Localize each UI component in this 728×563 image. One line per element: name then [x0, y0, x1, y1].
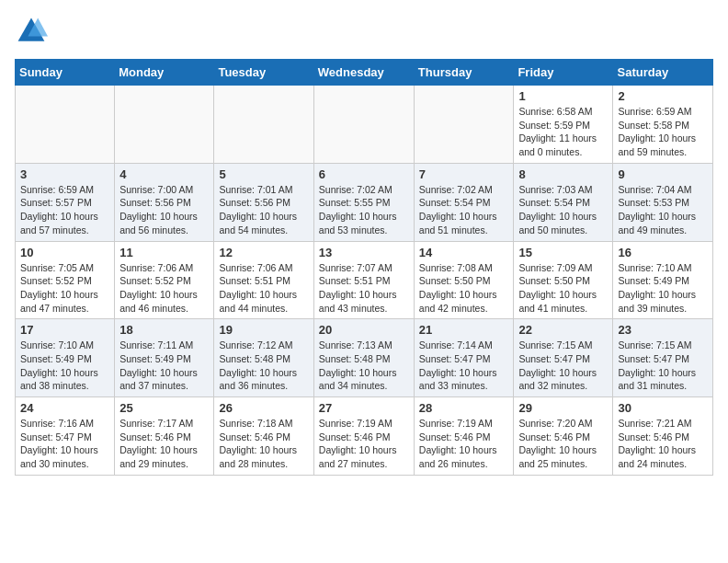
day-number: 18	[119, 323, 209, 337]
day-number: 19	[219, 323, 308, 337]
day-number: 1	[518, 89, 608, 103]
day-number: 28	[419, 401, 509, 415]
day-number: 10	[20, 246, 109, 259]
day-number: 13	[319, 246, 409, 259]
day-number: 6	[319, 167, 409, 181]
calendar-cell: 12Sunrise: 7:06 AM Sunset: 5:51 PM Dayli…	[214, 241, 313, 319]
calendar-cell: 2Sunrise: 6:59 AM Sunset: 5:58 PM Daylig…	[613, 86, 713, 164]
day-info: Sunrise: 7:14 AM Sunset: 5:47 PM Dayligh…	[419, 339, 509, 393]
day-number: 23	[618, 323, 708, 337]
day-info: Sunrise: 6:59 AM Sunset: 5:57 PM Dayligh…	[20, 183, 109, 237]
calendar-cell: 11Sunrise: 7:06 AM Sunset: 5:52 PM Dayli…	[115, 241, 214, 319]
day-header-monday: Monday	[115, 60, 214, 86]
day-number: 29	[518, 401, 608, 415]
day-info: Sunrise: 7:16 AM Sunset: 5:47 PM Dayligh…	[20, 417, 109, 471]
calendar-cell	[313, 86, 414, 164]
day-number: 16	[618, 246, 708, 259]
day-number: 11	[119, 246, 209, 259]
day-info: Sunrise: 7:12 AM Sunset: 5:48 PM Dayligh…	[219, 339, 308, 393]
day-info: Sunrise: 7:21 AM Sunset: 5:46 PM Dayligh…	[618, 417, 708, 471]
calendar-week-row: 1Sunrise: 6:58 AM Sunset: 5:59 PM Daylig…	[16, 86, 713, 164]
day-number: 12	[219, 246, 308, 259]
day-info: Sunrise: 7:18 AM Sunset: 5:46 PM Dayligh…	[219, 417, 308, 471]
calendar-cell: 8Sunrise: 7:03 AM Sunset: 5:54 PM Daylig…	[514, 163, 613, 241]
calendar-cell: 18Sunrise: 7:11 AM Sunset: 5:49 PM Dayli…	[115, 319, 214, 397]
day-info: Sunrise: 7:04 AM Sunset: 5:53 PM Dayligh…	[618, 183, 708, 237]
day-info: Sunrise: 7:09 AM Sunset: 5:50 PM Dayligh…	[518, 261, 608, 316]
day-info: Sunrise: 7:19 AM Sunset: 5:46 PM Dayligh…	[419, 417, 509, 471]
calendar-cell	[214, 86, 313, 164]
day-info: Sunrise: 7:19 AM Sunset: 5:46 PM Dayligh…	[319, 417, 409, 471]
day-number: 26	[219, 401, 308, 415]
day-info: Sunrise: 7:00 AM Sunset: 5:56 PM Dayligh…	[119, 183, 209, 237]
calendar-cell	[115, 86, 214, 164]
calendar-cell: 10Sunrise: 7:05 AM Sunset: 5:52 PM Dayli…	[16, 241, 115, 319]
day-info: Sunrise: 7:20 AM Sunset: 5:46 PM Dayligh…	[518, 417, 608, 471]
calendar-cell: 17Sunrise: 7:10 AM Sunset: 5:49 PM Dayli…	[16, 319, 115, 397]
calendar-week-row: 24Sunrise: 7:16 AM Sunset: 5:47 PM Dayli…	[16, 397, 713, 476]
calendar-cell: 22Sunrise: 7:15 AM Sunset: 5:47 PM Dayli…	[514, 319, 613, 397]
day-info: Sunrise: 7:10 AM Sunset: 5:49 PM Dayligh…	[20, 339, 109, 393]
day-number: 15	[518, 246, 608, 259]
calendar-table: SundayMondayTuesdayWednesdayThursdayFrid…	[15, 59, 713, 476]
day-number: 30	[618, 401, 708, 415]
day-number: 17	[20, 323, 109, 337]
day-info: Sunrise: 7:15 AM Sunset: 5:47 PM Dayligh…	[518, 339, 608, 393]
calendar-cell	[16, 86, 115, 164]
day-number: 20	[319, 323, 409, 337]
calendar-cell: 4Sunrise: 7:00 AM Sunset: 5:56 PM Daylig…	[115, 163, 214, 241]
day-info: Sunrise: 7:17 AM Sunset: 5:46 PM Dayligh…	[119, 417, 209, 471]
day-info: Sunrise: 7:07 AM Sunset: 5:51 PM Dayligh…	[319, 261, 409, 316]
calendar-cell: 24Sunrise: 7:16 AM Sunset: 5:47 PM Dayli…	[16, 397, 115, 476]
page-header	[15, 15, 713, 48]
day-info: Sunrise: 7:02 AM Sunset: 5:54 PM Dayligh…	[419, 183, 509, 237]
calendar-cell: 13Sunrise: 7:07 AM Sunset: 5:51 PM Dayli…	[313, 241, 414, 319]
day-number: 8	[518, 167, 608, 181]
calendar-week-row: 10Sunrise: 7:05 AM Sunset: 5:52 PM Dayli…	[16, 241, 713, 319]
calendar-cell: 21Sunrise: 7:14 AM Sunset: 5:47 PM Dayli…	[414, 319, 514, 397]
calendar-cell: 5Sunrise: 7:01 AM Sunset: 5:56 PM Daylig…	[214, 163, 313, 241]
calendar-header-row: SundayMondayTuesdayWednesdayThursdayFrid…	[16, 60, 713, 86]
day-info: Sunrise: 7:03 AM Sunset: 5:54 PM Dayligh…	[518, 183, 608, 237]
day-info: Sunrise: 7:10 AM Sunset: 5:49 PM Dayligh…	[618, 261, 708, 316]
calendar-week-row: 17Sunrise: 7:10 AM Sunset: 5:49 PM Dayli…	[16, 319, 713, 397]
day-number: 3	[20, 167, 109, 181]
day-info: Sunrise: 7:11 AM Sunset: 5:49 PM Dayligh…	[119, 339, 209, 393]
calendar-cell: 23Sunrise: 7:15 AM Sunset: 5:47 PM Dayli…	[613, 319, 713, 397]
calendar-cell: 6Sunrise: 7:02 AM Sunset: 5:55 PM Daylig…	[313, 163, 414, 241]
calendar-cell: 9Sunrise: 7:04 AM Sunset: 5:53 PM Daylig…	[613, 163, 713, 241]
day-info: Sunrise: 7:13 AM Sunset: 5:48 PM Dayligh…	[319, 339, 409, 393]
day-number: 25	[119, 401, 209, 415]
calendar-cell: 14Sunrise: 7:08 AM Sunset: 5:50 PM Dayli…	[414, 241, 514, 319]
day-info: Sunrise: 6:59 AM Sunset: 5:58 PM Dayligh…	[618, 105, 708, 159]
day-info: Sunrise: 7:06 AM Sunset: 5:52 PM Dayligh…	[119, 261, 209, 316]
calendar-cell: 16Sunrise: 7:10 AM Sunset: 5:49 PM Dayli…	[613, 241, 713, 319]
day-info: Sunrise: 7:15 AM Sunset: 5:47 PM Dayligh…	[618, 339, 708, 393]
calendar-week-row: 3Sunrise: 6:59 AM Sunset: 5:57 PM Daylig…	[16, 163, 713, 241]
day-info: Sunrise: 7:01 AM Sunset: 5:56 PM Dayligh…	[219, 183, 308, 237]
calendar-cell: 28Sunrise: 7:19 AM Sunset: 5:46 PM Dayli…	[414, 397, 514, 476]
calendar-cell: 15Sunrise: 7:09 AM Sunset: 5:50 PM Dayli…	[514, 241, 613, 319]
day-header-tuesday: Tuesday	[214, 60, 313, 86]
day-header-wednesday: Wednesday	[313, 60, 414, 86]
day-info: Sunrise: 7:08 AM Sunset: 5:50 PM Dayligh…	[419, 261, 509, 316]
logo	[15, 15, 51, 48]
day-number: 21	[419, 323, 509, 337]
calendar-cell: 19Sunrise: 7:12 AM Sunset: 5:48 PM Dayli…	[214, 319, 313, 397]
calendar-cell: 3Sunrise: 6:59 AM Sunset: 5:57 PM Daylig…	[16, 163, 115, 241]
day-number: 14	[419, 246, 509, 259]
day-info: Sunrise: 6:58 AM Sunset: 5:59 PM Dayligh…	[518, 105, 608, 159]
day-header-thursday: Thursday	[414, 60, 514, 86]
day-number: 27	[319, 401, 409, 415]
day-number: 2	[618, 89, 708, 103]
calendar-cell: 26Sunrise: 7:18 AM Sunset: 5:46 PM Dayli…	[214, 397, 313, 476]
day-number: 9	[618, 167, 708, 181]
calendar-cell	[414, 86, 514, 164]
day-header-sunday: Sunday	[16, 60, 115, 86]
day-header-friday: Friday	[514, 60, 613, 86]
day-info: Sunrise: 7:02 AM Sunset: 5:55 PM Dayligh…	[319, 183, 409, 237]
day-info: Sunrise: 7:06 AM Sunset: 5:51 PM Dayligh…	[219, 261, 308, 316]
day-number: 7	[419, 167, 509, 181]
logo-icon	[15, 15, 48, 48]
day-number: 24	[20, 401, 109, 415]
